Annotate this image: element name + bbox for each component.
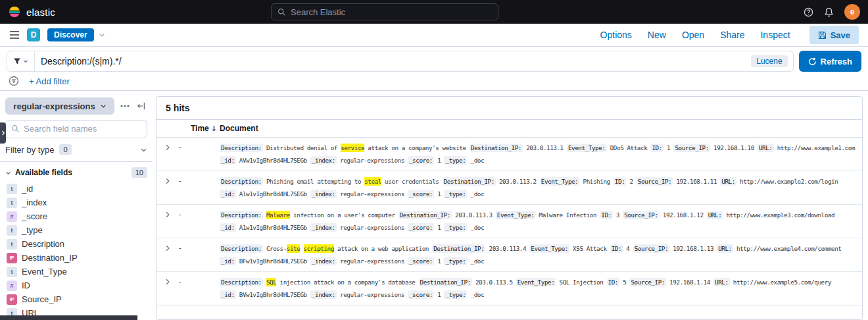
index-pattern-switcher[interactable]: regular-expressions (5, 97, 114, 115)
highlighted-term: service (341, 144, 364, 152)
doc-field-name: _id: (220, 190, 236, 198)
doc-field-value: BFw1vIgBhr8d4HL7SEGb (236, 257, 310, 265)
field-type-icon: t (7, 198, 17, 208)
column-header-document: Document (220, 124, 862, 133)
field-name: Description (22, 239, 64, 249)
top-menu: OptionsNewOpenShareInspect (600, 30, 790, 40)
add-filter-button[interactable]: + Add filter (29, 76, 70, 86)
field-item-Event_Type[interactable]: tEvent_Type (5, 265, 147, 279)
doc-field-value: regular-expressions (337, 157, 408, 164)
help-icon[interactable] (804, 7, 813, 17)
expand-row-icon[interactable] (164, 144, 171, 151)
row-time: - (178, 242, 220, 252)
field-item-Source_IP[interactable]: IPSource_IP (5, 292, 147, 306)
field-item-_index[interactable]: t_index (5, 196, 147, 209)
doc-field-value: 3 (613, 211, 623, 219)
menu-options[interactable]: Options (600, 30, 632, 40)
save-icon (818, 31, 827, 40)
table-row: -Description: Distributed denial of serv… (157, 138, 862, 171)
field-item-ID[interactable]: #ID (5, 279, 147, 292)
doc-field-value: attack on a company's website (364, 144, 470, 151)
row-time: - (178, 276, 220, 285)
saved-query-menu-button[interactable] (7, 51, 35, 71)
doc-field-value: http://www.example5.com/query (730, 279, 831, 286)
doc-field-value: injection attack on a company's database (276, 279, 418, 286)
expand-row-icon[interactable] (164, 211, 171, 218)
query-input[interactable] (35, 56, 751, 67)
expand-row-icon[interactable] (164, 245, 171, 252)
app-toolbar: D Discover OptionsNewOpenShareInspect Sa… (0, 24, 868, 47)
brand-name: elastic (26, 7, 55, 18)
doc-field-value: regular-expressions (337, 224, 408, 231)
doc-field-name: Source_IP: (623, 211, 659, 219)
space-badge[interactable]: D (27, 28, 40, 41)
query-language-badge[interactable]: Lucene (751, 55, 787, 67)
user-avatar[interactable]: e (844, 4, 860, 20)
field-item-_id[interactable]: t_id (5, 182, 147, 196)
expand-row-icon[interactable] (164, 178, 171, 184)
available-fields-header[interactable]: Available fields 10 (5, 165, 147, 180)
save-button[interactable]: Save (809, 26, 859, 44)
refresh-button[interactable]: Refresh (799, 51, 861, 72)
row-time: - (178, 209, 220, 218)
global-search-input[interactable] (291, 7, 492, 17)
table-row: -Description: SQL injection attack on a … (157, 272, 862, 306)
expand-flyout-tab[interactable] (0, 122, 6, 144)
field-type-icon: t (7, 239, 17, 250)
hamburger-menu-icon[interactable] (9, 30, 20, 40)
more-options-icon[interactable] (119, 103, 131, 109)
bottom-panel-edge (0, 315, 137, 320)
doc-field-value: http://www.example2.com/login (736, 178, 838, 185)
filter-by-type-label: Filter by type (5, 145, 54, 155)
doc-field-name: _id: (220, 223, 236, 232)
field-search[interactable] (5, 120, 147, 138)
table-row: -Description: Phishing email attempting … (157, 171, 862, 205)
notifications-bell-icon[interactable] (824, 7, 834, 17)
menu-inspect[interactable]: Inspect (760, 30, 790, 40)
field-item-_score[interactable]: #_score (5, 209, 147, 223)
save-label: Save (831, 30, 850, 40)
filter-by-type-count: 0 (59, 144, 71, 155)
field-type-icon: t (7, 184, 17, 194)
doc-field-name: _type: (444, 156, 467, 165)
field-item-Description[interactable]: tDescription (5, 237, 147, 251)
doc-field-value: user credentials (381, 178, 443, 185)
column-header-time[interactable]: Time ↓ (178, 124, 220, 133)
field-type-icon: t (7, 225, 17, 236)
fields-sidebar: regular-expressions Filter by type 0 (0, 91, 153, 320)
index-pattern-label: regular-expressions (13, 101, 95, 111)
menu-share[interactable]: Share (720, 30, 744, 40)
menu-open[interactable]: Open (682, 30, 704, 40)
available-fields-label: Available fields (15, 168, 72, 177)
filter-by-type-toggle[interactable]: Filter by type 0 (5, 142, 147, 158)
chevron-down-icon[interactable] (99, 32, 105, 38)
global-search[interactable] (271, 3, 498, 20)
doc-field-name: _index: (310, 156, 337, 165)
breadcrumb-discover[interactable]: Discover (47, 28, 94, 41)
collapse-sidebar-icon[interactable] (135, 100, 147, 112)
doc-field-value: Phishing email attempting to (263, 178, 364, 185)
doc-field-value: SQL Injection (556, 279, 606, 286)
field-item-Destination_IP[interactable]: IPDestination_IP (5, 251, 147, 265)
doc-field-name: Source_IP: (629, 278, 665, 286)
doc-field-value: BVw1vIgBhr8d4HL7SEGb (236, 291, 310, 298)
field-type-icon: # (7, 211, 17, 222)
menu-new[interactable]: New (648, 30, 666, 40)
doc-field-name: _score: (408, 190, 434, 198)
field-search-input[interactable] (24, 124, 141, 134)
field-list: t_idt_index#_scoret_typetDescriptionIPDe… (5, 182, 147, 320)
doc-field-value: 1 (663, 144, 673, 151)
doc-field-value: 192.168.1.13 (669, 245, 717, 252)
doc-field-name: ID: (614, 177, 626, 186)
results-panel: 5 hits Time ↓ Document -Description: Dis… (156, 96, 863, 320)
doc-field-name: Event_Type: (540, 177, 580, 186)
content-area: regular-expressions Filter by type 0 (0, 91, 868, 320)
chevron-right-icon (1, 130, 5, 136)
field-item-_type[interactable]: t_type (5, 223, 147, 237)
global-header: elastic e (0, 0, 868, 24)
expand-row-icon[interactable] (164, 279, 171, 285)
elastic-home-link[interactable]: elastic (8, 5, 55, 18)
doc-field-value: _doc (467, 257, 484, 265)
filter-settings-icon[interactable] (9, 76, 19, 86)
doc-field-value: regular-expressions (337, 190, 408, 198)
